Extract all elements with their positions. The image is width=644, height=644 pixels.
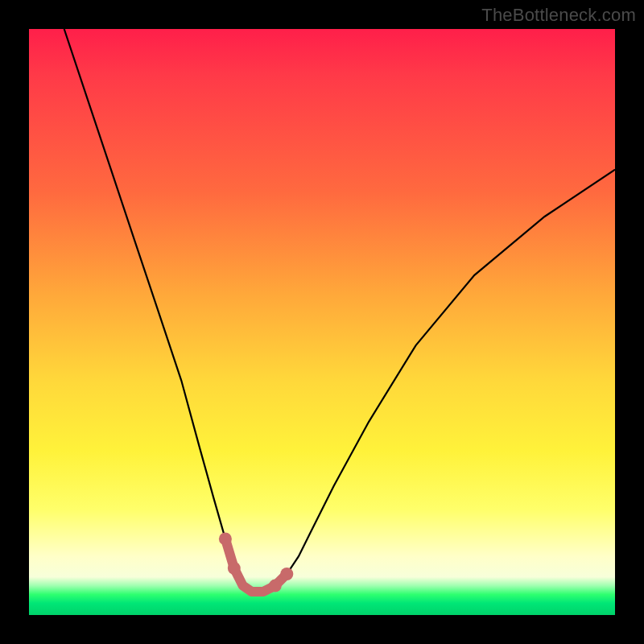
trough-dot <box>280 568 293 580</box>
watermark-text: TheBottleneck.com <box>481 5 636 26</box>
plot-area <box>29 29 615 615</box>
app-frame: TheBottleneck.com <box>0 0 644 644</box>
chart-svg <box>29 29 615 615</box>
trough-dot <box>269 580 282 592</box>
trough-dot <box>219 532 232 545</box>
bottleneck-curve <box>64 29 615 592</box>
trough-dot <box>228 562 241 575</box>
